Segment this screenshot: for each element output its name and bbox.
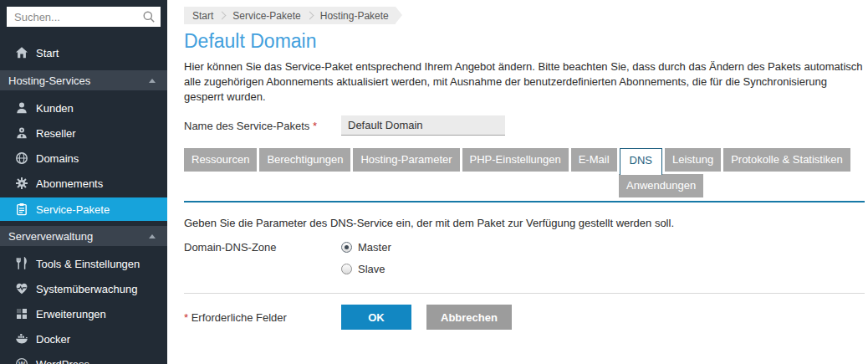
- breadcrumb-item-start[interactable]: Start: [192, 10, 213, 22]
- reseller-icon: [15, 126, 28, 140]
- svg-text:W: W: [18, 360, 26, 364]
- breadcrumb-item-hosting-pakete[interactable]: Hosting-Pakete: [320, 10, 389, 22]
- breadcrumb: Start Service-Pakete Hosting-Pakete: [184, 7, 396, 24]
- main-content: Start Service-Pakete Hosting-Pakete Defa…: [167, 0, 868, 364]
- sidebar-item-label: Service-Pakete: [36, 203, 110, 216]
- sidebar-section-label: Serververwaltung: [8, 230, 93, 243]
- tab-berechtigungen[interactable]: Berechtigungen: [259, 148, 350, 172]
- sidebar-item-service-pakete[interactable]: Service-Pakete: [0, 197, 167, 221]
- service-plan-name-input[interactable]: [341, 115, 505, 136]
- sidebar-item-label: Abonnements: [36, 177, 103, 190]
- service-plans-icon: [15, 203, 28, 216]
- footer-actions: * Erforderliche Felder OK Abbrechen: [184, 305, 865, 330]
- extensions-icon: [15, 307, 28, 320]
- name-form-row: Name des Service-Pakets *: [184, 115, 865, 136]
- sidebar-nav: Start Hosting-Services Kunden: [0, 40, 167, 364]
- dns-zone-radio-group: Master Slave: [341, 241, 391, 275]
- page-intro-text: Hier können Sie das Service-Paket entspr…: [184, 59, 865, 105]
- sidebar-item-label: WordPress: [36, 358, 89, 364]
- tab-protokolle-statistiken[interactable]: Protokolle & Statistiken: [723, 148, 850, 172]
- name-field-label: Name des Service-Pakets *: [184, 120, 341, 132]
- sidebar-item-label: Erweiterungen: [36, 308, 106, 320]
- tab-anwendungen[interactable]: Anwendungen: [619, 174, 703, 197]
- required-asterisk: *: [184, 311, 188, 324]
- breadcrumb-item-service-pakete[interactable]: Service-Pakete: [232, 10, 300, 22]
- sidebar-item-wordpress[interactable]: W WordPress: [0, 351, 167, 364]
- sidebar-item-start[interactable]: Start: [0, 40, 167, 65]
- required-fields-note: * Erforderliche Felder: [184, 311, 341, 324]
- sidebar-item-systemueberwachung[interactable]: Systemüberwachung: [0, 276, 167, 301]
- tabs: Ressourcen Berechtigungen Hosting-Parame…: [184, 148, 865, 203]
- wordpress-icon: W: [15, 357, 28, 364]
- home-icon: [15, 46, 28, 59]
- sidebar-item-label: Docker: [36, 333, 70, 346]
- search-icon[interactable]: [142, 10, 156, 23]
- gear-icon: [15, 177, 28, 190]
- sidebar-section-hosting-services[interactable]: Hosting-Services: [0, 70, 167, 90]
- dns-zone-form-row: Domain-DNS-Zone Master Slave: [184, 241, 865, 275]
- radio-label-slave[interactable]: Slave: [358, 263, 385, 275]
- sidebar-item-label: Start: [36, 47, 59, 59]
- search-input[interactable]: [7, 7, 161, 27]
- tab-row-1: Ressourcen Berechtigungen Hosting-Parame…: [184, 148, 865, 172]
- plesk-app: Start Hosting-Services Kunden: [0, 0, 868, 364]
- sidebar-section-serververwaltung[interactable]: Serververwaltung: [0, 226, 167, 246]
- radio-label-master[interactable]: Master: [358, 241, 391, 254]
- dns-section-description: Geben Sie die Parameter des DNS-Service …: [184, 217, 865, 229]
- required-asterisk: *: [313, 120, 317, 132]
- tab-dns[interactable]: DNS: [620, 148, 662, 175]
- sidebar-item-abonnements[interactable]: Abonnements: [0, 171, 167, 196]
- caret-up-icon: [149, 79, 156, 83]
- ok-button[interactable]: OK: [341, 305, 411, 330]
- sidebar-item-label: Reseller: [36, 127, 76, 140]
- caret-up-icon: [149, 234, 156, 238]
- monitoring-icon: [15, 282, 28, 295]
- tab-row-2: Anwendungen: [184, 174, 865, 197]
- sidebar-item-label: Tools & Einstellungen: [36, 258, 140, 270]
- sidebar-item-label: Domains: [36, 152, 79, 165]
- cancel-button[interactable]: Abbrechen: [426, 305, 512, 330]
- globe-icon: [15, 151, 28, 165]
- tabs-underline: [184, 201, 865, 203]
- sidebar-item-erweiterungen[interactable]: Erweiterungen: [0, 301, 167, 326]
- dns-zone-label: Domain-DNS-Zone: [184, 241, 341, 275]
- radio-option-master[interactable]: Master: [341, 241, 391, 254]
- tab-hosting-parameter[interactable]: Hosting-Parameter: [353, 148, 459, 172]
- docker-icon: [15, 332, 28, 346]
- radio-button-master[interactable]: [341, 242, 352, 253]
- radio-button-slave[interactable]: [341, 264, 352, 274]
- page-title: Default Domain: [184, 30, 865, 53]
- footer-divider: [184, 293, 865, 294]
- tab-email[interactable]: E-Mail: [571, 148, 617, 172]
- tools-icon: [15, 257, 28, 270]
- sidebar-item-reseller[interactable]: Reseller: [0, 120, 167, 146]
- sidebar-item-docker[interactable]: Docker: [0, 326, 167, 351]
- radio-option-slave[interactable]: Slave: [341, 263, 391, 275]
- sidebar-search: [0, 0, 167, 33]
- breadcrumb-arrow-end: [396, 7, 402, 23]
- chevron-right-icon: [305, 12, 314, 20]
- sidebar-item-domains[interactable]: Domains: [0, 146, 167, 171]
- sidebar-item-kunden[interactable]: Kunden: [0, 95, 167, 120]
- tab-php-einstellungen[interactable]: PHP-Einstellungen: [462, 148, 569, 172]
- sidebar: Start Hosting-Services Kunden: [0, 0, 167, 364]
- sidebar-item-label: Kunden: [36, 102, 74, 115]
- sidebar-section-label: Hosting-Services: [8, 74, 90, 87]
- sidebar-item-tools-einstellungen[interactable]: Tools & Einstellungen: [0, 251, 167, 276]
- tab-ressourcen[interactable]: Ressourcen: [184, 148, 257, 172]
- customers-icon: [15, 101, 28, 115]
- chevron-right-icon: [218, 12, 227, 20]
- sidebar-item-label: Systemüberwachung: [36, 283, 137, 295]
- tab-leistung[interactable]: Leistung: [665, 148, 721, 172]
